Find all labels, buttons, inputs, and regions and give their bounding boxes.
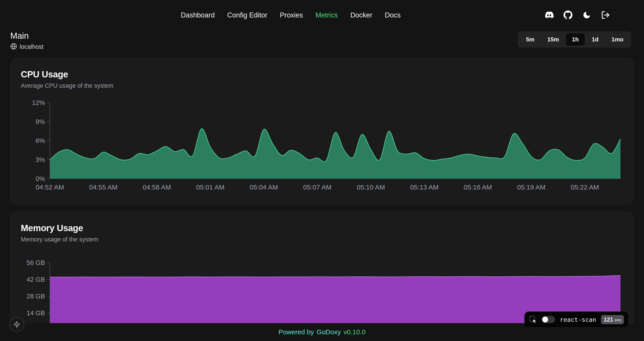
time-range-1d[interactable]: 1d [585,33,605,46]
discord-icon [545,11,554,20]
cpu-usage-card: CPU Usage Average CPU usage of the syste… [10,58,634,204]
memory-y-tick-label: 28 GB [26,293,45,300]
memory-y-tick-label: 14 GB [26,309,45,317]
nav-config-editor[interactable]: Config Editor [227,11,267,19]
fps-value: 121 [604,316,613,323]
moon-icon [582,11,591,20]
react-scan-label: react-scan [560,316,596,323]
logout-button[interactable] [600,10,610,20]
cpu-x-tick-label: 04:58 AM [143,183,171,191]
cpu-x-tick-label: 05:16 AM [464,183,492,191]
logout-icon [601,11,610,20]
time-range-1mo[interactable]: 1mo [605,33,630,46]
title-block: Main localhost [10,31,44,51]
page-title: Main [10,31,44,41]
react-scan-toolbar[interactable]: react-scan 121 FPS [524,311,628,327]
cpu-y-tick-label: 9% [36,118,45,125]
main-nav: Dashboard Config Editor Proxies Metrics … [181,11,401,19]
cpu-area-series [50,129,620,179]
quick-actions-button[interactable] [10,317,24,332]
cpu-x-tick-label: 04:52 AM [36,183,64,191]
cpu-card-subtitle: Average CPU usage of the system [21,82,623,89]
cpu-x-tick-label: 04:55 AM [89,183,118,191]
godoxy-link[interactable]: GoDoxy [317,328,341,336]
cpu-x-tick-label: 05:22 AM [571,183,599,191]
fps-unit: FPS [615,318,621,322]
time-range-1h[interactable]: 1h [566,33,585,46]
react-scan-toggle[interactable] [542,316,555,323]
zap-icon [13,321,20,329]
top-bar: Dashboard Config Editor Proxies Metrics … [0,0,644,31]
theme-toggle-button[interactable] [582,10,592,20]
host-name: localhost [20,44,44,50]
cpu-x-tick-label: 05:19 AM [517,183,546,191]
nav-dashboard[interactable]: Dashboard [181,11,215,19]
cpu-y-tick-label: 12% [32,99,45,106]
nav-docs[interactable]: Docs [385,11,401,19]
nav-proxies[interactable]: Proxies [280,11,303,19]
cpu-x-tick-label: 05:07 AM [303,183,332,191]
host-row: localhost [10,43,44,51]
cpu-x-tick-label: 05:13 AM [410,183,438,191]
nav-docker[interactable]: Docker [350,11,372,19]
cpu-card-title: CPU Usage [21,69,623,79]
cpu-x-tick-label: 05:10 AM [357,183,385,191]
github-button[interactable] [563,10,573,20]
fps-badge: 121 FPS [601,315,624,324]
powered-by-text: Powered by [278,328,314,336]
memory-card-subtitle: Memory usage of the system [21,236,623,243]
cpu-x-tick-label: 05:01 AM [196,183,224,191]
time-range-15m[interactable]: 15m [541,33,566,46]
memory-card-title: Memory Usage [21,223,623,233]
page-header: Main localhost 5m 15m 1h 1d 1mo [0,31,644,51]
time-range-selector: 5m 15m 1h 1d 1mo [518,31,632,48]
memory-y-tick-label: 42 GB [26,276,45,283]
cpu-y-tick-label: 0% [36,175,45,182]
inspect-icon[interactable] [529,316,537,323]
globe-icon [10,43,17,51]
cpu-x-tick-label: 05:04 AM [250,183,278,191]
memory-y-tick-label: 56 GB [26,259,45,266]
github-icon [564,11,572,20]
cpu-y-tick-label: 6% [36,137,45,144]
discord-button[interactable] [544,10,554,20]
version-link[interactable]: v0.10.0 [344,328,366,336]
cpu-usage-chart: 0%3%6%9%12%04:52 AM04:55 AM04:58 AM05:01… [21,98,624,194]
top-icon-group [544,0,610,31]
cpu-y-tick-label: 3% [36,156,45,163]
nav-metrics[interactable]: Metrics [316,11,338,19]
time-range-5m[interactable]: 5m [520,33,541,46]
toggle-knob [542,317,548,322]
